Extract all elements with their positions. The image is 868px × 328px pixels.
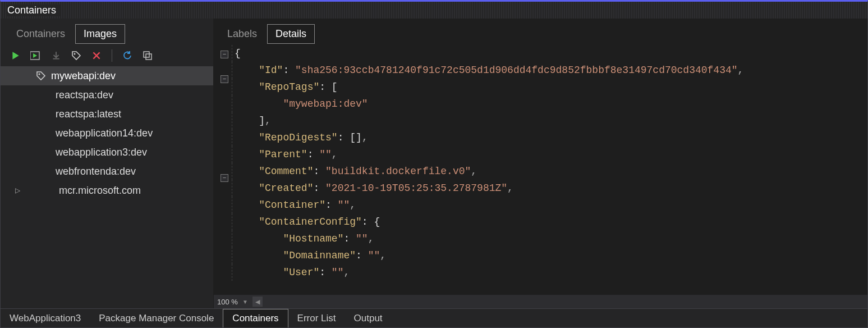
- zoom-level[interactable]: 100 %: [217, 298, 238, 306]
- left-pane: Containers Images: [1, 19, 214, 308]
- bottom-tab[interactable]: Package Manager Console: [90, 309, 223, 327]
- code-line: "Parent": "",: [232, 146, 867, 163]
- fold-gutter-blank: [221, 162, 228, 170]
- tab-labels[interactable]: Labels: [219, 25, 265, 43]
- toolbar-divider: [112, 49, 112, 62]
- zoom-bar: 100 % ▼ ◀: [214, 295, 867, 308]
- image-item[interactable]: webfrontenda:dev: [1, 162, 213, 181]
- code-line: "Comment": "buildkit.dockerfile.v0",: [232, 163, 867, 180]
- fold-gutter-blank: [221, 100, 228, 108]
- fold-gutter-blank: [221, 199, 228, 207]
- containers-panel: Containers Containers Images: [0, 0, 868, 328]
- run-icon[interactable]: [10, 49, 22, 62]
- tab-containers[interactable]: Containers: [8, 25, 73, 43]
- fold-gutter-blank: [221, 88, 228, 95]
- left-sub-tabs: Containers Images: [1, 19, 213, 47]
- panel-title: Containers: [7, 4, 61, 16]
- prune-icon[interactable]: [141, 49, 154, 62]
- toolbar: [1, 47, 213, 65]
- code-line: "ContainerConfig": {: [232, 213, 867, 230]
- run-in-window-icon[interactable]: [30, 49, 42, 62]
- code-line: "Created": "2021-10-19T05:25:35.2787981Z…: [232, 180, 867, 197]
- hscroll-left-icon[interactable]: ◀: [252, 297, 263, 307]
- fold-gutter-blank: [221, 63, 228, 71]
- tag-icon: [35, 70, 47, 81]
- bottom-tab[interactable]: Output: [345, 309, 392, 327]
- expander-icon[interactable]: ▷: [15, 186, 23, 194]
- code-line: "RepoDigests": [],: [232, 129, 867, 146]
- svg-point-1: [74, 53, 76, 55]
- delete-icon[interactable]: [90, 49, 103, 62]
- fold-toggle-icon[interactable]: −: [221, 51, 228, 58]
- image-item[interactable]: webapplication3:dev: [1, 143, 213, 162]
- image-item[interactable]: reactspa:latest: [1, 104, 213, 124]
- tag-icon[interactable]: [70, 49, 82, 62]
- code-line: "RepoTags": [: [232, 79, 867, 95]
- download-icon[interactable]: [50, 49, 62, 62]
- code-line: "mywebapi:dev": [232, 95, 867, 112]
- fold-gutter-blank: [221, 211, 228, 219]
- fold-gutter: −−−: [217, 45, 232, 295]
- image-item-label: mcr.microsoft.com: [59, 185, 141, 197]
- image-item[interactable]: webapplication14:dev: [1, 124, 213, 143]
- bottom-tab[interactable]: Error List: [288, 309, 345, 327]
- fold-gutter-blank: [221, 186, 228, 194]
- fold-gutter-blank: [221, 149, 228, 157]
- code-line: "User": "",: [232, 264, 867, 281]
- code-line: "Domainname": "",: [232, 247, 867, 264]
- bottom-tab[interactable]: WebApplication3: [1, 309, 90, 327]
- image-item-label: mywebapi:dev: [51, 70, 116, 82]
- code-line: {: [232, 45, 867, 62]
- code-line: "Container": "",: [232, 197, 867, 213]
- fold-toggle-icon[interactable]: −: [221, 75, 228, 83]
- fold-toggle-icon[interactable]: −: [221, 174, 228, 182]
- image-item[interactable]: mywebapi:dev: [1, 66, 213, 85]
- code-line: "Hostname": "",: [232, 230, 867, 247]
- fold-gutter-blank: [221, 137, 228, 145]
- image-tree: mywebapi:devreactspa:devreactspa:latestw…: [1, 65, 213, 308]
- svg-rect-2: [144, 52, 149, 57]
- image-item[interactable]: reactspa:dev: [1, 85, 213, 104]
- image-item-label: webfrontenda:dev: [56, 166, 136, 177]
- code-content: { "Id": "sha256:93ccb4781240f91c72c505d1…: [232, 45, 867, 295]
- image-item-label: reactspa:latest: [56, 108, 121, 120]
- json-editor[interactable]: −−− { "Id": "sha256:93ccb4781240f91c72c5…: [214, 45, 867, 295]
- svg-rect-3: [146, 54, 151, 60]
- right-sub-tabs: Labels Details: [214, 19, 867, 45]
- refresh-icon[interactable]: [121, 49, 134, 62]
- fold-gutter-blank: [221, 125, 228, 133]
- image-item-label: webapplication3:dev: [56, 147, 147, 158]
- right-pane: Labels Details −−− { "Id": "sha256:93ccb…: [214, 19, 867, 308]
- svg-point-4: [39, 74, 40, 75]
- code-line: "Id": "sha256:93ccb4781240f91c72c505d1d9…: [232, 62, 867, 79]
- code-line: ],: [232, 112, 867, 129]
- image-item-label: reactspa:dev: [56, 89, 113, 101]
- fold-gutter-blank: [221, 112, 228, 120]
- bottom-tab[interactable]: Containers: [223, 309, 288, 327]
- image-item-label: webapplication14:dev: [56, 127, 153, 139]
- panel-title-bar[interactable]: Containers: [1, 2, 867, 19]
- bottom-tab-strip: WebApplication3Package Manager ConsoleCo…: [1, 308, 867, 327]
- tab-images[interactable]: Images: [75, 24, 125, 44]
- tab-details[interactable]: Details: [267, 24, 315, 44]
- image-item[interactable]: ▷mcr.microsoft.com: [1, 181, 213, 200]
- zoom-dropdown-icon[interactable]: ▼: [242, 299, 248, 305]
